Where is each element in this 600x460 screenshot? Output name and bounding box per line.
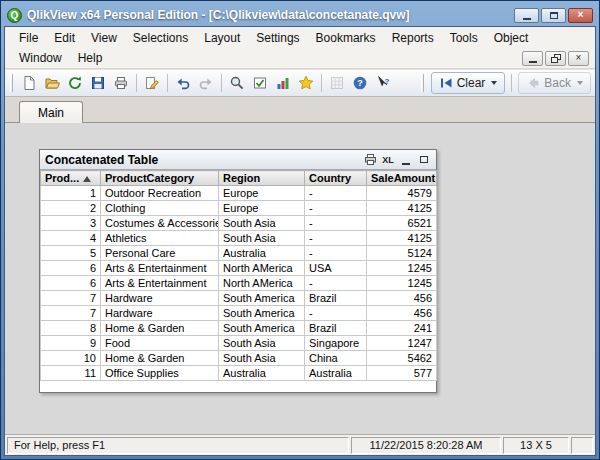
table-cell[interactable]: 3: [41, 216, 101, 231]
table-cell[interactable]: 1247: [367, 336, 437, 351]
table-cell[interactable]: 7: [41, 306, 101, 321]
table-row[interactable]: 5Personal CareAustralia-5124: [41, 246, 437, 261]
table-cell[interactable]: Costumes & Accessories: [101, 216, 219, 231]
table-cell[interactable]: 7: [41, 291, 101, 306]
table-minimize-icon[interactable]: [399, 153, 413, 167]
table-cell[interactable]: 4125: [367, 231, 437, 246]
table-row[interactable]: 8Home & GardenSouth AmericaBrazil241: [41, 321, 437, 336]
table-cell[interactable]: South Asia: [219, 351, 305, 366]
table-row[interactable]: 6Arts & EntertainmentNorth AMericaUSA124…: [41, 261, 437, 276]
tab-main[interactable]: Main: [19, 101, 83, 123]
table-cell[interactable]: Brazil: [305, 321, 367, 336]
table-row[interactable]: 2ClothingEurope-4125: [41, 201, 437, 216]
table-row[interactable]: 4AthleticsSouth Asia-4125: [41, 231, 437, 246]
table-cell[interactable]: Office Supplies: [101, 366, 219, 381]
close-button[interactable]: ×: [568, 8, 593, 23]
table-row[interactable]: 7HardwareSouth AmericaBrazil456: [41, 291, 437, 306]
table-row[interactable]: 7HardwareSouth America-456: [41, 306, 437, 321]
table-cell[interactable]: Australia: [219, 366, 305, 381]
table-cell[interactable]: 6: [41, 276, 101, 291]
menu-object[interactable]: Object: [486, 29, 537, 47]
toolbar-grip[interactable]: [421, 74, 424, 92]
table-row[interactable]: 11Office SuppliesAustraliaAustralia577: [41, 366, 437, 381]
column-header-productid[interactable]: Prod...: [41, 171, 101, 186]
table-cell[interactable]: Arts & Entertainment: [101, 276, 219, 291]
table-cell[interactable]: Athletics: [101, 231, 219, 246]
table-cell[interactable]: 8: [41, 321, 101, 336]
menu-layout[interactable]: Layout: [196, 29, 248, 47]
table-object[interactable]: Concatenated Table XL Prod...: [39, 149, 437, 393]
table-cell[interactable]: 1245: [367, 276, 437, 291]
table-cell[interactable]: 456: [367, 306, 437, 321]
column-header-country[interactable]: Country: [305, 171, 367, 186]
table-cell[interactable]: Home & Garden: [101, 351, 219, 366]
table-cell[interactable]: 1245: [367, 261, 437, 276]
table-cell[interactable]: Hardware: [101, 306, 219, 321]
column-header-region[interactable]: Region: [219, 171, 305, 186]
table-row[interactable]: 6Arts & EntertainmentNorth AMerica-1245: [41, 276, 437, 291]
new-document-icon[interactable]: [18, 72, 40, 94]
table-cell[interactable]: South America: [219, 321, 305, 336]
context-help-icon[interactable]: ?: [372, 72, 394, 94]
table-cell[interactable]: Brazil: [305, 291, 367, 306]
column-header-productcategory[interactable]: ProductCategory: [101, 171, 219, 186]
table-cell[interactable]: 6: [41, 261, 101, 276]
menu-tools[interactable]: Tools: [442, 29, 486, 47]
table-cell[interactable]: -: [305, 216, 367, 231]
table-cell[interactable]: 6521: [367, 216, 437, 231]
table-cell[interactable]: 1: [41, 186, 101, 201]
mdi-minimize-button[interactable]: [522, 51, 543, 66]
table-cell[interactable]: 10: [41, 351, 101, 366]
menu-settings[interactable]: Settings: [248, 29, 307, 47]
table-cell[interactable]: Singapore: [305, 336, 367, 351]
table-cell[interactable]: 5: [41, 246, 101, 261]
menu-edit[interactable]: Edit: [46, 29, 83, 47]
favorites-star-icon[interactable]: [295, 72, 317, 94]
table-cell[interactable]: -: [305, 246, 367, 261]
table-cell[interactable]: Clothing: [101, 201, 219, 216]
reload-icon[interactable]: [64, 72, 86, 94]
table-cell[interactable]: Europe: [219, 186, 305, 201]
table-cell[interactable]: Hardware: [101, 291, 219, 306]
chart-wizard-icon[interactable]: [272, 72, 294, 94]
edit-script-icon[interactable]: [141, 72, 163, 94]
save-icon[interactable]: [87, 72, 109, 94]
table-cell[interactable]: 577: [367, 366, 437, 381]
help-icon[interactable]: ?: [349, 72, 371, 94]
table-row[interactable]: 9FoodSouth AsiaSingapore1247: [41, 336, 437, 351]
table-cell[interactable]: South Asia: [219, 231, 305, 246]
table-cell[interactable]: 4579: [367, 186, 437, 201]
table-cell[interactable]: -: [305, 201, 367, 216]
table-cell[interactable]: Europe: [219, 201, 305, 216]
menu-help[interactable]: Help: [70, 49, 111, 67]
table-cell[interactable]: South America: [219, 306, 305, 321]
table-cell[interactable]: North AMerica: [219, 276, 305, 291]
menu-window[interactable]: Window: [11, 49, 70, 67]
mdi-restore-button[interactable]: [545, 51, 566, 66]
undo-icon[interactable]: [172, 72, 194, 94]
redo-icon[interactable]: [195, 72, 217, 94]
menu-reports[interactable]: Reports: [384, 29, 442, 47]
toolbar-grip[interactable]: [10, 74, 13, 92]
print-table-icon[interactable]: [363, 153, 377, 167]
table-cell[interactable]: -: [305, 231, 367, 246]
menu-view[interactable]: View: [83, 29, 125, 47]
table-cell[interactable]: Food: [101, 336, 219, 351]
table-cell[interactable]: China: [305, 351, 367, 366]
table-row[interactable]: 10Home & GardenSouth AsiaChina5462: [41, 351, 437, 366]
table-cell[interactable]: 4125: [367, 201, 437, 216]
table-cell[interactable]: 5124: [367, 246, 437, 261]
export-excel-icon[interactable]: XL: [381, 153, 395, 167]
table-cell[interactable]: -: [305, 306, 367, 321]
table-cell[interactable]: -: [305, 186, 367, 201]
table-cell[interactable]: Arts & Entertainment: [101, 261, 219, 276]
table-cell[interactable]: USA: [305, 261, 367, 276]
clear-button[interactable]: Clear: [431, 72, 506, 94]
table-cell[interactable]: Outdoor Recreation: [101, 186, 219, 201]
menu-file[interactable]: File: [11, 29, 46, 47]
design-grid-icon[interactable]: [326, 72, 348, 94]
current-selections-icon[interactable]: [249, 72, 271, 94]
table-row[interactable]: 1Outdoor RecreationEurope-4579: [41, 186, 437, 201]
table-cell[interactable]: 2: [41, 201, 101, 216]
table-cell[interactable]: South Asia: [219, 216, 305, 231]
